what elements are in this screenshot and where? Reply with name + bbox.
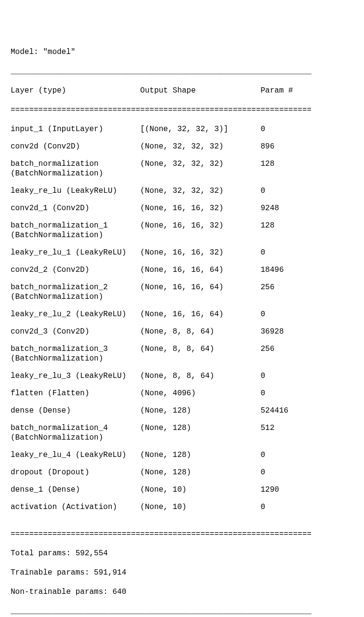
table-header: Layer (type)Output ShapeParam # bbox=[11, 86, 353, 95]
cell-layer: batch_normalization_3 (BatchNormalizatio… bbox=[11, 344, 140, 363]
table-row: input_1 (InputLayer)[(None, 32, 32, 3)]0 bbox=[11, 124, 353, 134]
hr-header: ========================================… bbox=[11, 105, 353, 115]
cell-shape: (None, 8, 8, 64) bbox=[140, 371, 261, 381]
cell-param: 256 bbox=[260, 282, 316, 292]
cell-shape: (None, 10) bbox=[140, 485, 261, 495]
cell-layer: leaky_re_lu_2 (LeakyReLU) bbox=[11, 309, 140, 319]
cell-layer: input_1 (InputLayer) bbox=[11, 124, 140, 134]
cell-shape: [(None, 32, 32, 3)] bbox=[140, 124, 261, 134]
table-body: input_1 (InputLayer)[(None, 32, 32, 3)]0… bbox=[11, 124, 353, 512]
cell-param: 512 bbox=[260, 423, 316, 433]
cell-shape: (None, 32, 32, 32) bbox=[140, 142, 261, 151]
table-row: conv2d_1 (Conv2D)(None, 16, 16, 32)9248 bbox=[11, 203, 353, 213]
table-row: batch_normalization_4 (BatchNormalizatio… bbox=[11, 423, 353, 443]
cell-param: 0 bbox=[260, 371, 316, 381]
cell-layer: leaky_re_lu_1 (LeakyReLU) bbox=[11, 248, 140, 257]
table-row: batch_normalization_1 (BatchNormalizatio… bbox=[11, 221, 353, 240]
trainable-params: Trainable params: 591,914 bbox=[11, 568, 353, 577]
non-trainable-params: Non-trainable params: 640 bbox=[11, 587, 353, 597]
cell-layer: dense (Dense) bbox=[11, 406, 140, 416]
cell-shape: (None, 128) bbox=[140, 406, 261, 416]
header-layer: Layer (type) bbox=[11, 86, 140, 95]
cell-param: 896 bbox=[260, 142, 316, 151]
cell-param: 0 bbox=[260, 124, 316, 134]
table-row: dense_1 (Dense)(None, 10)1290 bbox=[11, 485, 353, 495]
table-row: batch_normalization (BatchNormalization)… bbox=[11, 159, 353, 178]
hr-end: ________________________________________… bbox=[11, 606, 353, 616]
header-param: Param # bbox=[260, 86, 316, 95]
cell-shape: (None, 128) bbox=[140, 468, 261, 477]
cell-layer: conv2d (Conv2D) bbox=[11, 142, 140, 151]
cell-shape: (None, 16, 16, 32) bbox=[140, 221, 261, 230]
cell-param: 18496 bbox=[260, 265, 316, 275]
table-row: leaky_re_lu_2 (LeakyReLU)(None, 16, 16, … bbox=[11, 309, 353, 319]
cell-param: 0 bbox=[260, 450, 316, 460]
cell-shape: (None, 128) bbox=[140, 450, 261, 460]
cell-shape: (None, 16, 16, 64) bbox=[140, 309, 261, 319]
cell-layer: batch_normalization (BatchNormalization) bbox=[11, 159, 140, 178]
table-row: batch_normalization_2 (BatchNormalizatio… bbox=[11, 282, 353, 302]
table-row: batch_normalization_3 (BatchNormalizatio… bbox=[11, 344, 353, 363]
cell-param: 0 bbox=[260, 186, 316, 196]
cell-shape: (None, 16, 16, 32) bbox=[140, 203, 261, 213]
cell-shape: (None, 32, 32, 32) bbox=[140, 186, 261, 196]
cell-layer: leaky_re_lu_3 (LeakyReLU) bbox=[11, 371, 140, 381]
table-row: leaky_re_lu_1 (LeakyReLU)(None, 16, 16, … bbox=[11, 248, 353, 257]
cell-shape: (None, 4096) bbox=[140, 389, 261, 398]
cell-param: 0 bbox=[260, 502, 316, 512]
cell-layer: batch_normalization_1 (BatchNormalizatio… bbox=[11, 221, 140, 240]
cell-layer: leaky_re_lu_4 (LeakyReLU) bbox=[11, 450, 140, 460]
table-row: dense (Dense)(None, 128)524416 bbox=[11, 406, 353, 416]
table-row: activation (Activation)(None, 10)0 bbox=[11, 502, 353, 512]
table-row: leaky_re_lu (LeakyReLU)(None, 32, 32, 32… bbox=[11, 186, 353, 196]
cell-param: 36928 bbox=[260, 327, 316, 336]
cell-shape: (None, 128) bbox=[140, 423, 261, 433]
cell-layer: conv2d_2 (Conv2D) bbox=[11, 265, 140, 275]
cell-layer: dropout (Dropout) bbox=[11, 468, 140, 477]
cell-layer: dense_1 (Dense) bbox=[11, 485, 140, 495]
cell-shape: (None, 8, 8, 64) bbox=[140, 344, 261, 354]
cell-shape: (None, 8, 8, 64) bbox=[140, 327, 261, 336]
cell-param: 0 bbox=[260, 309, 316, 319]
cell-param: 0 bbox=[260, 389, 316, 398]
cell-param: 1290 bbox=[260, 485, 316, 495]
cell-shape: (None, 16, 16, 64) bbox=[140, 282, 261, 292]
table-row: dropout (Dropout)(None, 128)0 bbox=[11, 468, 353, 477]
hr-top: ________________________________________… bbox=[11, 67, 353, 76]
cell-param: 9248 bbox=[260, 203, 316, 213]
cell-param: 256 bbox=[260, 344, 316, 354]
table-row: leaky_re_lu_4 (LeakyReLU)(None, 128)0 bbox=[11, 450, 353, 460]
table-row: flatten (Flatten)(None, 4096)0 bbox=[11, 389, 353, 398]
table-row: conv2d_3 (Conv2D)(None, 8, 8, 64)36928 bbox=[11, 327, 353, 336]
total-params: Total params: 592,554 bbox=[11, 549, 353, 558]
table-row: conv2d (Conv2D)(None, 32, 32, 32)896 bbox=[11, 142, 353, 151]
hr-bottom: ========================================… bbox=[11, 529, 353, 539]
cell-shape: (None, 16, 16, 64) bbox=[140, 265, 261, 275]
cell-shape: (None, 10) bbox=[140, 502, 261, 512]
cell-param: 128 bbox=[260, 159, 316, 169]
cell-shape: (None, 32, 32, 32) bbox=[140, 159, 261, 169]
cell-layer: conv2d_1 (Conv2D) bbox=[11, 203, 140, 213]
cell-param: 0 bbox=[260, 248, 316, 257]
cell-param: 0 bbox=[260, 468, 316, 477]
cell-layer: conv2d_3 (Conv2D) bbox=[11, 327, 140, 336]
table-row: leaky_re_lu_3 (LeakyReLU)(None, 8, 8, 64… bbox=[11, 371, 353, 381]
model-title: Model: "model" bbox=[11, 47, 353, 57]
cell-layer: activation (Activation) bbox=[11, 502, 140, 512]
table-row: conv2d_2 (Conv2D)(None, 16, 16, 64)18496 bbox=[11, 265, 353, 275]
header-shape: Output Shape bbox=[140, 86, 261, 95]
cell-layer: leaky_re_lu (LeakyReLU) bbox=[11, 186, 140, 196]
cell-layer: flatten (Flatten) bbox=[11, 389, 140, 398]
cell-layer: batch_normalization_2 (BatchNormalizatio… bbox=[11, 282, 140, 302]
cell-param: 524416 bbox=[260, 406, 316, 416]
cell-shape: (None, 16, 16, 32) bbox=[140, 248, 261, 257]
cell-layer: batch_normalization_4 (BatchNormalizatio… bbox=[11, 423, 140, 443]
cell-param: 128 bbox=[260, 221, 316, 230]
